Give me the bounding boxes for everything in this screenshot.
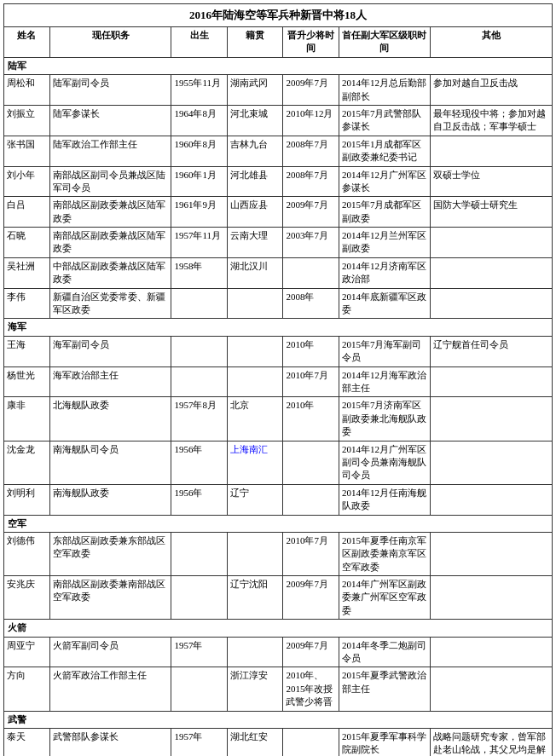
cell-other [431, 667, 553, 711]
cell-birth: 1956年 [171, 441, 227, 484]
cell-vice: 2014年12月济南军区政治部 [339, 257, 430, 288]
table-row: 沈金龙南海舰队司令员1956年上海南汇2014年12月广州军区副司令员兼南海舰队… [4, 441, 553, 484]
cell-promote: 2010年7月 [283, 366, 339, 397]
cell-birth: 1957年11月 [171, 228, 227, 258]
cell-name: 周松和 [4, 75, 50, 106]
cell-job: 南部战区副司令员兼战区陆军司令员 [49, 166, 171, 197]
cell-name: 石晓 [4, 228, 50, 258]
cell-job: 陆军政治工作部主任 [49, 136, 171, 166]
section-name: 火箭 [4, 620, 553, 637]
cell-job: 南海舰队司令员 [49, 441, 171, 484]
table-row: 李伟新疆自治区党委常委、新疆军区政委2008年2014年底新疆军区政委 [4, 288, 553, 319]
cell-job: 中部战区副政委兼战区陆军政委 [49, 257, 171, 288]
cell-other [431, 441, 553, 484]
cell-name: 康非 [4, 397, 50, 441]
cell-other: 辽宁舰首任司令员 [431, 336, 553, 366]
cell-origin: 湖南武冈 [227, 75, 282, 106]
cell-job: 武警部队参谋长 [49, 728, 171, 756]
table-row: 王海海军副司令员2010年2015年7月海军副司令员辽宁舰首任司令员 [4, 336, 553, 366]
page-title: 2016年陆海空等军兵种新晋中将18人 [3, 3, 553, 26]
cell-name: 刘德伟 [4, 532, 50, 575]
table-row: 周松和陆军副司令员1955年11月湖南武冈2009年7月2014年12月总后勤部… [4, 75, 553, 106]
cell-name: 王海 [4, 336, 50, 366]
table-row: 刘明利南海舰队政委1956年辽宁2014年12月任南海舰队政委 [4, 484, 553, 515]
cell-promote: 2008年 [283, 288, 339, 319]
cell-other: 最年轻现役中将；参加对越自卫反击战；军事学硕士 [431, 105, 553, 136]
cell-vice: 2014年12月广州军区副司令员兼南海舰队司令员 [339, 441, 430, 484]
cell-birth: 1956年 [171, 484, 227, 515]
cell-vice: 2015年7月海军副司令员 [339, 336, 430, 366]
cell-origin: 北京 [227, 397, 282, 441]
cell-birth [171, 667, 227, 711]
table-row: 刘振立陆军参谋长1964年8月河北束城2010年12月2015年7月武警部队参谋… [4, 105, 553, 136]
cell-job: 南部战区副政委兼南部战区空军政委 [49, 576, 171, 620]
cell-promote: 2010年12月 [283, 105, 339, 136]
cell-vice: 2014年冬季二炮副司令员 [339, 637, 430, 667]
cell-birth: 1957年 [171, 728, 227, 756]
cell-other [431, 637, 553, 667]
cell-origin: 云南大理 [227, 228, 282, 258]
cell-origin [227, 366, 282, 397]
cell-origin: 上海南汇 [227, 441, 282, 484]
header-vice: 首任副大军区级职时间 [339, 27, 430, 58]
table-row: 张书国陆军政治工作部主任1960年8月吉林九台2008年7月2015年1月成都军… [4, 136, 553, 166]
cell-vice: 2015年1月成都军区副政委兼纪委书记 [339, 136, 430, 166]
header-other: 其他 [431, 27, 553, 58]
table-row: 刘德伟东部战区副政委兼东部战区空军政委2010年7月2015年夏季任南京军区副政… [4, 532, 553, 575]
cell-promote: 2009年7月 [283, 576, 339, 620]
table-row: 周亚宁火箭军副司令员1957年2009年7月2014年冬季二炮副司令员 [4, 637, 553, 667]
cell-job: 陆军参谋长 [49, 105, 171, 136]
cell-name: 刘小年 [4, 166, 50, 197]
cell-other [431, 257, 553, 288]
cell-promote: 2008年7月 [283, 136, 339, 166]
cell-promote [283, 728, 339, 756]
header-origin: 籍贯 [227, 27, 282, 58]
cell-job: 火箭军政治工作部主任 [49, 667, 171, 711]
cell-name: 泰天 [4, 728, 50, 756]
header-job: 现任职务 [49, 27, 171, 58]
cell-birth [171, 336, 227, 366]
cell-birth [171, 532, 227, 575]
cell-origin: 辽宁 [227, 484, 282, 515]
cell-vice: 2014年12月任南海舰队政委 [339, 484, 430, 515]
cell-vice: 2014年底新疆军区政委 [339, 288, 430, 319]
section-name: 武警 [4, 711, 553, 728]
cell-other: 双硕士学位 [431, 166, 553, 197]
cell-origin: 吉林九台 [227, 136, 282, 166]
cell-vice: 2015年夏季军事科学院副院长 [339, 728, 430, 756]
cell-promote [283, 484, 339, 515]
table-row: 安兆庆南部战区副政委兼南部战区空军政委辽宁沈阳2009年7月2014年广州军区副… [4, 576, 553, 620]
header-name: 姓名 [4, 27, 50, 58]
cell-birth [171, 288, 227, 319]
header-promote: 晋升少将时间 [283, 27, 339, 58]
table-row: 杨世光海军政治部主任2010年7月2014年12月海军政治部主任 [4, 366, 553, 397]
cell-job: 新疆自治区党委常委、新疆军区政委 [49, 288, 171, 319]
cell-name: 安兆庆 [4, 576, 50, 620]
cell-name: 周亚宁 [4, 637, 50, 667]
cell-promote: 2003年7月 [283, 228, 339, 258]
cell-name: 沈金龙 [4, 441, 50, 484]
cell-vice: 2015年夏季任南京军区副政委兼南京军区空军政委 [339, 532, 430, 575]
table-row: 泰天武警部队参谋长1957年湖北红安2015年夏季军事科学院副院长战略问题研究专… [4, 728, 553, 756]
cell-origin: 湖北汉川 [227, 257, 282, 288]
table-row: 方向火箭军政治工作部主任浙江淳安2010年、2015年改授武警少将晋2015年夏… [4, 667, 553, 711]
cell-name: 吴社洲 [4, 257, 50, 288]
cell-job: 东部战区副政委兼东部战区空军政委 [49, 532, 171, 575]
cell-name: 刘振立 [4, 105, 50, 136]
cell-name: 李伟 [4, 288, 50, 319]
table-header-row: 姓名 现任职务 出生 籍贯 晋升少将时间 首任副大军区级职时间 其他 [4, 27, 553, 58]
cell-name: 杨世光 [4, 366, 50, 397]
cell-birth: 1958年 [171, 257, 227, 288]
cell-promote: 2010年、2015年改授武警少将晋 [283, 667, 339, 711]
section-header-row: 空军 [4, 515, 553, 532]
cell-origin [227, 532, 282, 575]
cell-promote: 2009年7月 [283, 637, 339, 667]
cell-other [431, 366, 553, 397]
table-row: 康非北海舰队政委1957年8月北京2010年2015年7月济南军区副政委兼北海舰… [4, 397, 553, 441]
cell-origin: 辽宁沈阳 [227, 576, 282, 620]
cell-other: 战略问题研究专家，曾军部赴老山轮战，其父兄均是解放军高级将领 [431, 728, 553, 756]
cell-origin [227, 637, 282, 667]
cell-promote [283, 257, 339, 288]
cell-birth: 1955年11月 [171, 75, 227, 106]
cell-origin: 山西应县 [227, 197, 282, 228]
